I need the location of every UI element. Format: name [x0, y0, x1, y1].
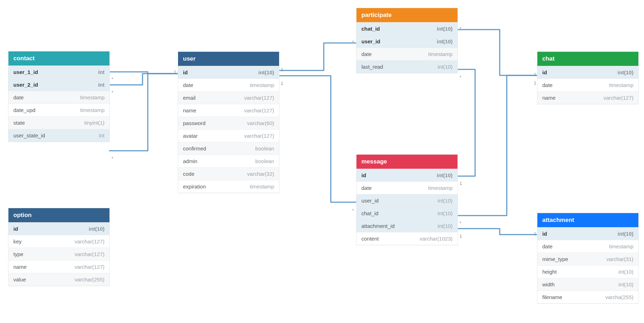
entity-participate[interactable]: participatechat_idint(10)user_idint(10)d…: [356, 8, 458, 73]
cardinality-label: 1: [534, 231, 536, 236]
field-row[interactable]: datetimestamp: [8, 91, 109, 104]
field-name: name: [183, 107, 196, 113]
field-row[interactable]: widthint(10): [537, 278, 638, 291]
entity-header[interactable]: chat: [537, 52, 638, 66]
cardinality-label: *: [112, 77, 113, 82]
cardinality-label: 1: [534, 81, 536, 86]
field-name: date: [542, 243, 553, 249]
entity-chat[interactable]: chatidint(10)datetimestampnamevarchar(12…: [537, 51, 639, 104]
entity-message[interactable]: messageidint(10)datetimestampuser_idint(…: [356, 154, 458, 245]
field-type: boolean: [255, 145, 274, 151]
field-type: timestamp: [609, 82, 633, 88]
field-type: varchar(127): [244, 133, 274, 139]
field-row[interactable]: keyvarchar(127): [8, 235, 109, 248]
field-name: chat_id: [361, 210, 378, 216]
field-name: filename: [542, 294, 562, 300]
connector-line: [457, 75, 537, 216]
field-name: name: [542, 95, 556, 101]
field-type: int(10): [618, 281, 633, 287]
field-row[interactable]: passwordvarchar(60): [178, 117, 279, 129]
field-row[interactable]: user_state_idint: [8, 129, 109, 142]
entity-header[interactable]: message: [356, 155, 457, 169]
field-row[interactable]: namevarchar(127): [537, 91, 638, 104]
entity-user[interactable]: useridint(10)datetimestampemailvarchar(1…: [178, 51, 279, 193]
field-name: type: [13, 251, 23, 257]
field-row[interactable]: avatarvarchar(127): [178, 129, 279, 142]
field-row[interactable]: datetimestamp: [537, 79, 638, 91]
entity-header[interactable]: contact: [8, 51, 109, 66]
field-row[interactable]: expirationtimestamp: [178, 180, 279, 193]
field-name: email: [183, 95, 196, 101]
field-type: varchar(1023): [420, 236, 453, 242]
entity-header[interactable]: attachment: [537, 213, 638, 227]
field-row[interactable]: namevarchar(127): [178, 104, 279, 117]
field-name: code: [183, 171, 195, 177]
er-diagram-canvas: contactuser_1_idintuser_2_idintdatetimes…: [0, 0, 644, 323]
field-row[interactable]: datetimestamp: [356, 48, 457, 60]
field-row[interactable]: datetimestamp: [178, 79, 279, 91]
field-row[interactable]: confirmedboolean: [178, 142, 279, 155]
cardinality-label: *: [460, 221, 461, 226]
cardinality-label: *: [352, 40, 354, 45]
field-type: varchar(127): [244, 107, 274, 113]
field-row[interactable]: idint(10): [537, 66, 638, 79]
field-name: id: [13, 226, 18, 232]
field-type: varchar(31): [606, 256, 633, 262]
field-row[interactable]: datetimestamp: [356, 181, 457, 194]
field-row[interactable]: namevarchar(127): [8, 260, 109, 273]
cardinality-label: *: [112, 156, 113, 161]
field-type: varchar(60): [247, 120, 274, 126]
field-type: timestamp: [80, 107, 105, 113]
field-row[interactable]: contentvarchar(1023): [356, 232, 457, 245]
field-row[interactable]: date_updtimestamp: [8, 104, 109, 116]
field-row[interactable]: datetimestamp: [537, 240, 638, 253]
field-row[interactable]: statetinyint(1): [8, 116, 109, 129]
field-name: height: [542, 269, 557, 275]
field-row[interactable]: idint(10): [178, 66, 279, 79]
cardinality-label: 1: [460, 234, 462, 239]
field-row[interactable]: adminboolean: [178, 155, 279, 167]
field-row[interactable]: codevarchar(32): [178, 167, 279, 180]
field-row[interactable]: user_idint(10): [356, 194, 457, 207]
field-type: int: [99, 132, 105, 138]
field-type: int(10): [89, 226, 105, 232]
field-row[interactable]: user_1_idint: [8, 66, 109, 78]
field-name: id: [542, 69, 547, 75]
field-type: int(10): [437, 64, 453, 70]
field-row[interactable]: idint(10): [537, 227, 638, 240]
entity-header[interactable]: user: [178, 52, 279, 66]
entity-header[interactable]: option: [8, 208, 109, 222]
field-name: width: [542, 281, 555, 287]
field-row[interactable]: user_2_idint: [8, 78, 109, 91]
field-row[interactable]: chat_idint(10): [356, 22, 457, 35]
entity-option[interactable]: optionidint(10)keyvarchar(127)typevarcha…: [8, 208, 110, 286]
entity-contact[interactable]: contactuser_1_idintuser_2_idintdatetimes…: [8, 51, 110, 142]
entity-header[interactable]: participate: [356, 8, 457, 22]
field-type: varchar(127): [604, 95, 633, 101]
field-name: name: [13, 264, 27, 270]
field-row[interactable]: last_readint(10): [356, 60, 457, 73]
field-row[interactable]: user_idint(10): [356, 35, 457, 48]
field-row[interactable]: idint(10): [8, 222, 109, 235]
field-name: id: [183, 69, 188, 75]
entity-attachment[interactable]: attachmentidint(10)datetimestampmime_typ…: [537, 213, 639, 304]
field-row[interactable]: filenamevarcha(255): [537, 291, 638, 303]
cardinality-label: *: [352, 208, 354, 213]
connector-line: [457, 69, 475, 176]
field-name: date_upd: [13, 107, 36, 113]
field-row[interactable]: mime_typevarchar(31): [537, 253, 638, 265]
field-type: varchar(127): [75, 238, 105, 244]
field-name: expiration: [183, 184, 206, 190]
field-row[interactable]: attachment_idint(10): [356, 219, 457, 232]
field-row[interactable]: emailvarchar(127): [178, 91, 279, 104]
field-type: int: [98, 69, 105, 75]
field-type: varchar(127): [75, 251, 105, 257]
field-row[interactable]: typevarchar(127): [8, 248, 109, 260]
field-row[interactable]: chat_idint(10): [356, 207, 457, 219]
field-row[interactable]: idint(10): [356, 169, 457, 181]
cardinality-label: *: [460, 75, 461, 80]
field-row[interactable]: heightint(10): [537, 265, 638, 278]
field-name: attachment_id: [361, 223, 394, 229]
field-type: int(10): [618, 269, 633, 275]
field-row[interactable]: valuevarchar(255): [8, 273, 109, 286]
